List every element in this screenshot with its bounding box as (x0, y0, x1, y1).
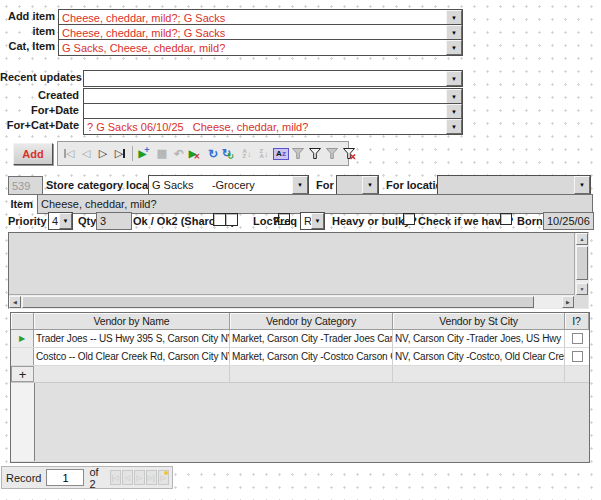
record-count-label: of 2 (89, 466, 98, 490)
i-checkbox[interactable] (572, 351, 583, 362)
column-header-i-flag[interactable]: I? (565, 313, 589, 330)
cell-vendor-stcity[interactable]: NV, Carson City -Trader Joes, US Hwy 395 (393, 330, 565, 347)
first-record-button[interactable]: |◁ (110, 470, 121, 485)
cell-i-flag[interactable] (565, 330, 589, 347)
cell-i-flag[interactable] (565, 348, 589, 365)
chevron-down-icon[interactable]: ▼ (446, 40, 462, 55)
apply-filter-icon[interactable] (325, 145, 339, 162)
chevron-down-icon[interactable]: ▼ (446, 104, 462, 119)
column-header-vendor-name[interactable]: Vendor by Name (34, 313, 230, 330)
base-form-window: Add item Cheese, cheddar, mild?; G Sacks… (0, 0, 601, 500)
store-category-location-label: Store category location (46, 179, 156, 191)
horizontal-scroll-thumb[interactable] (22, 296, 534, 308)
sort-descending-icon[interactable]: ZA↓ (257, 145, 271, 162)
for-location-combobox[interactable]: ▼ (437, 175, 591, 195)
row-selector-header[interactable] (11, 313, 34, 330)
current-record-marker: ▶ (19, 334, 25, 343)
born-field[interactable]: 10/25/06 (543, 212, 594, 230)
notes-textarea[interactable]: ▲ ▼ ◀ ▶ (8, 232, 589, 309)
next-record-button[interactable]: ▷ (134, 470, 145, 485)
new-record-icon[interactable]: ▶+ (138, 145, 152, 162)
empty-cell (393, 366, 565, 382)
heavy-checkbox[interactable] (403, 213, 415, 225)
add-item-label: Add item (0, 10, 55, 22)
last-record-button[interactable]: ▷| (146, 470, 157, 485)
check-if-we-have-checkbox[interactable] (500, 213, 512, 225)
first-record-icon[interactable]: ◁ (62, 145, 76, 162)
chevron-down-icon[interactable]: ▼ (59, 213, 72, 229)
empty-cell (230, 366, 393, 382)
scroll-down-icon[interactable]: ▼ (576, 283, 588, 295)
table-row[interactable]: ▶ Trader Joes -- US Hwy 395 S, Carson Ci… (11, 330, 589, 348)
cell-vendor-category[interactable]: Market, Carson City -Trader Joes Cars (230, 330, 393, 347)
freq-combobox[interactable]: R ▼ (300, 212, 325, 230)
ok2-checkbox[interactable] (225, 213, 238, 226)
check-if-we-have-label: Check if we have? (418, 215, 513, 227)
chevron-down-icon[interactable]: ▼ (446, 71, 462, 86)
record-number-input[interactable] (46, 469, 84, 486)
for-date-label: For+Date (0, 104, 79, 116)
filter-icon[interactable] (308, 145, 322, 162)
empty-cell (565, 366, 589, 382)
record-nav-buttons: |◁◁▷▷|▷ (110, 470, 169, 485)
store-category-combobox[interactable]: G Sacks -Grocery ▼ (148, 175, 309, 195)
add-button[interactable]: Add (13, 143, 53, 165)
refresh-control-icon[interactable]: ↻↻ (223, 145, 237, 162)
undo-icon[interactable]: ↶ (172, 145, 186, 162)
freq-label: Freq (272, 215, 297, 227)
record-navigation-bar: Record of 2 |◁◁▷▷|▷ (1, 466, 173, 489)
row-selector[interactable] (11, 348, 34, 365)
row-selector[interactable]: ▶ (11, 330, 34, 347)
recent-updates-combobox[interactable]: ▼ (83, 70, 463, 87)
cell-vendor-category[interactable]: Market, Carson City -Costco Carson C (230, 348, 393, 365)
scroll-up-icon[interactable]: ▲ (576, 233, 588, 245)
new-record-row[interactable]: + (11, 366, 589, 383)
cat-item-combobox[interactable]: G Sacks, Cheese, cheddar, mild? ▼ (58, 39, 463, 56)
cell-vendor-name[interactable]: Costco -- Old Clear Creek Rd, Carson Cit… (34, 348, 230, 365)
add-item-value: Cheese, cheddar, mild?; G Sacks (59, 12, 225, 24)
for-cat-date-combobox[interactable]: ? G Sacks 06/10/25 Cheese, cheddar, mild… (83, 118, 463, 135)
qty-field[interactable]: 3 (96, 212, 132, 230)
next-record-icon[interactable]: ▷ (96, 145, 110, 162)
sort-ascending-icon[interactable]: AZ↓ (240, 145, 254, 162)
vertical-scrollbar[interactable]: ▲ ▼ (574, 233, 588, 295)
previous-record-button[interactable]: ◁ (122, 470, 133, 485)
chevron-down-icon[interactable]: ▼ (362, 176, 378, 194)
for-label: For (316, 179, 336, 191)
column-header-vendor-stcity[interactable]: Vendor by St City (393, 313, 565, 330)
cell-vendor-name[interactable]: Trader Joes -- US Hwy 395 S, Carson City… (34, 330, 230, 347)
delete-record-icon[interactable]: ▶✕ (189, 145, 203, 162)
chevron-down-icon[interactable]: ▼ (446, 89, 462, 104)
reset-filter-icon[interactable] (342, 145, 356, 162)
empty-cell (34, 366, 230, 382)
save-record-icon[interactable]: ▦ (155, 145, 169, 162)
table-row[interactable]: Costco -- Old Clear Creek Rd, Carson Cit… (11, 348, 589, 366)
chevron-down-icon[interactable]: ▼ (446, 10, 462, 25)
new-record-button[interactable]: ▷ (158, 470, 169, 485)
for-combobox[interactable]: ▼ (336, 175, 379, 195)
scroll-right-icon[interactable]: ▶ (562, 296, 574, 308)
form-navigation-toolbar: ◁◁▷▷▶+▦↶▶✕↻↻↻AZ↓ZA↓Az (57, 141, 349, 166)
chevron-down-icon[interactable]: ▼ (446, 25, 462, 40)
chevron-down-icon[interactable]: ▼ (446, 119, 462, 134)
toolbar-separator (132, 146, 133, 161)
chevron-down-icon[interactable]: ▼ (311, 213, 324, 229)
chevron-down-icon[interactable]: ▼ (574, 176, 590, 194)
horizontal-scrollbar[interactable]: ◀ ▶ (9, 294, 574, 308)
vertical-scroll-thumb[interactable] (576, 246, 588, 280)
chevron-down-icon[interactable]: ▼ (292, 176, 308, 194)
refresh-icon[interactable]: ↻ (206, 145, 220, 162)
column-header-vendor-category[interactable]: Vendor by Category (230, 313, 393, 330)
sort-icon[interactable]: Az (274, 145, 288, 162)
previous-record-icon[interactable]: ◁ (79, 145, 93, 162)
last-record-icon[interactable]: ▷ (113, 145, 127, 162)
born-label: Born (517, 215, 543, 227)
autofilter-icon[interactable] (291, 145, 305, 162)
i-checkbox[interactable] (572, 333, 583, 344)
recent-updates-label: Recent updates (0, 71, 79, 83)
cell-vendor-stcity[interactable]: NV, Carson City -Costco, Old Clear Creek… (393, 348, 565, 365)
priority-combobox[interactable]: 4 ▼ (48, 212, 73, 230)
item-field[interactable]: Cheese, cheddar, mild? (37, 194, 593, 214)
new-record-plus[interactable]: + (11, 366, 34, 382)
scroll-left-icon[interactable]: ◀ (9, 296, 21, 308)
